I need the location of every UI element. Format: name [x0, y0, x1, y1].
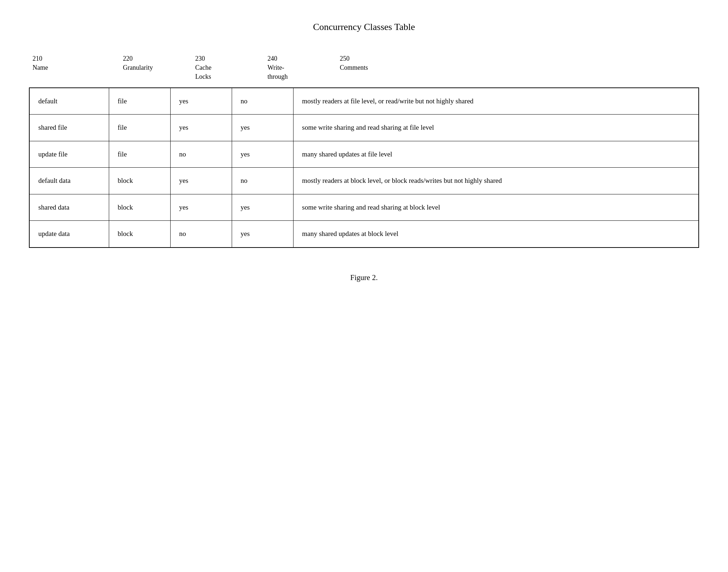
cell-comments: mostly readers at block level, or block … [293, 168, 699, 194]
table-row: update filefilenoyesmany shared updates … [29, 141, 699, 168]
cell-cache-locks: no [170, 141, 232, 168]
col4-sub: through [267, 72, 340, 81]
col3-number: 230 [195, 54, 267, 63]
cell-cache-locks: no [170, 221, 232, 248]
cell-name: shared file [29, 115, 109, 141]
cell-name: default data [29, 168, 109, 194]
cell-comments: many shared updates at file level [293, 141, 699, 168]
cell-granularity: block [109, 194, 170, 221]
col2-number: 220 [123, 54, 195, 63]
cell-name: update file [29, 141, 109, 168]
col3-sub: Locks [195, 72, 267, 81]
cell-granularity: file [109, 115, 170, 141]
cell-write-through: yes [232, 115, 293, 141]
col3-name: Cache [195, 63, 267, 72]
col5-name: Comments [340, 63, 699, 72]
table-row: defaultfileyesnomostly readers at file l… [29, 88, 699, 115]
cell-write-through: no [232, 168, 293, 194]
cell-write-through: yes [232, 194, 293, 221]
col5-header: 250 Comments [340, 54, 699, 82]
cell-name: shared data [29, 194, 109, 221]
col1-number: 210 [33, 54, 123, 63]
cell-write-through: yes [232, 221, 293, 248]
cell-name: update data [29, 221, 109, 248]
cell-cache-locks: yes [170, 88, 232, 115]
cell-write-through: no [232, 88, 293, 115]
page-title: Concurrency Classes Table [313, 22, 415, 33]
cell-comments: some write sharing and read sharing at f… [293, 115, 699, 141]
cell-write-through: yes [232, 141, 293, 168]
concurrency-table: defaultfileyesnomostly readers at file l… [29, 87, 699, 248]
table-row: shared datablockyesyessome write sharing… [29, 194, 699, 221]
cell-comments: mostly readers at file level, or read/wr… [293, 88, 699, 115]
col2-name: Granularity [123, 63, 195, 72]
figure-caption: Figure 2. [350, 273, 378, 282]
cell-comments: some write sharing and read sharing at b… [293, 194, 699, 221]
col1-name: Name [33, 63, 123, 72]
cell-name: default [29, 88, 109, 115]
col3-header: 230 Cache Locks [195, 54, 267, 82]
cell-cache-locks: yes [170, 115, 232, 141]
table-row: shared filefileyesyessome write sharing … [29, 115, 699, 141]
table-header-labels: 210 Name 220 Granularity 230 Cache Locks… [29, 54, 699, 85]
col4-header: 240 Write- through [267, 54, 340, 82]
table-row: update datablocknoyesmany shared updates… [29, 221, 699, 248]
cell-cache-locks: yes [170, 194, 232, 221]
cell-cache-locks: yes [170, 168, 232, 194]
cell-granularity: block [109, 168, 170, 194]
table-row: default datablockyesnomostly readers at … [29, 168, 699, 194]
cell-granularity: file [109, 88, 170, 115]
col5-number: 250 [340, 54, 699, 63]
col1-header: 210 Name [29, 54, 123, 82]
col4-name: Write- [267, 63, 340, 72]
col4-number: 240 [267, 54, 340, 63]
cell-granularity: file [109, 141, 170, 168]
cell-comments: many shared updates at block level [293, 221, 699, 248]
cell-granularity: block [109, 221, 170, 248]
col2-header: 220 Granularity [123, 54, 195, 82]
